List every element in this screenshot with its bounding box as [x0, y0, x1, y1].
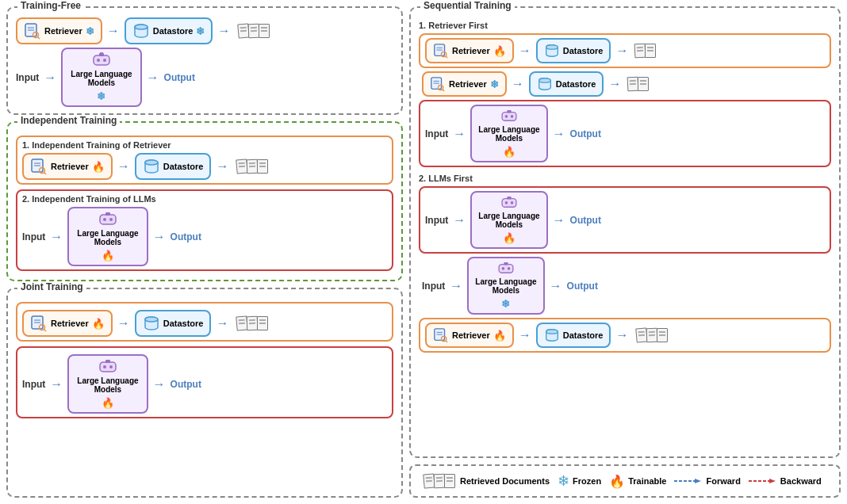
svg-point-48	[538, 78, 550, 82]
tf-row1: Retriever ❄ → Datastore ❄ →	[16, 17, 393, 44]
joint-llm-label: Large LanguageModels	[77, 376, 138, 394]
tf-datastore-box: Datastore ❄	[125, 17, 213, 44]
seq-lf-datastore-icon	[544, 327, 560, 343]
svg-point-59	[508, 267, 511, 270]
joint-llm-flame: 🔥	[102, 397, 114, 409]
independent-title: Independent Training	[17, 115, 120, 126]
tf-docs	[235, 24, 270, 38]
tf-arrow1: →	[107, 25, 120, 37]
ind-datastore-box: Datastore	[135, 153, 212, 180]
seq-lf-datastore-label: Datastore	[563, 330, 604, 340]
svg-line-46	[443, 90, 444, 91]
seq-rf-llm-label: Large LanguageModels	[478, 125, 539, 143]
seq-lf-llm-icon1	[500, 196, 518, 208]
svg-line-4	[38, 37, 40, 40]
seq-rf-datastore-icon1	[544, 43, 560, 59]
svg-rect-11	[100, 52, 102, 54]
seq-rf-datastore2: Datastore	[529, 71, 604, 97]
tf-datastore-label: Datastore	[153, 26, 194, 36]
ind-sub1-title: 1. Independent Training of Retriever	[22, 140, 387, 150]
seq-lf-retriever-label: Retriever	[452, 330, 490, 340]
seq-rf-arrow1: →	[519, 44, 531, 57]
seq-rf-llm-row: Input → Large LanguageModels 🔥	[425, 105, 825, 162]
ind-retriever-flame: 🔥	[92, 161, 105, 173]
joint-title: Joint Training	[17, 281, 86, 292]
svg-point-50	[505, 115, 508, 118]
joint-datastore-label: Datastore	[163, 319, 204, 328]
svg-line-65	[446, 341, 447, 342]
legend-frozen-icon: ❄	[558, 472, 569, 490]
ind-sub1-box: 1. Independent Training of Retriever Ret…	[16, 136, 393, 185]
legend-docs-icon	[420, 474, 455, 488]
seq-lf-arrow1: →	[453, 214, 466, 227]
seq-lf-arrow6: →	[615, 329, 628, 342]
tf-arrow2: →	[217, 25, 230, 37]
legend-backward-icon	[749, 477, 777, 485]
ind-llm-box: Large LanguageModels 🔥	[67, 207, 148, 266]
llm-icon	[92, 52, 111, 67]
left-panel: Training-Free Retriever ❄ →	[6, 6, 403, 498]
legend-section: Retrieved Documents ❄ Frozen 🔥 Trainable…	[409, 464, 841, 498]
seq-rf-retriever-label1: Retriever	[452, 46, 490, 55]
seq-lf-box1: Input → Large LanguageModels 🔥	[419, 186, 831, 254]
legend-trainable-item: 🔥 Trainable	[609, 474, 666, 489]
joint-input-label: Input	[22, 379, 45, 390]
tf-datastore-frozen: ❄	[196, 25, 205, 37]
svg-marker-69	[695, 479, 701, 483]
seq-rf-row1: Retriever 🔥 → Datastore →	[425, 38, 825, 63]
svg-point-58	[502, 267, 505, 270]
seq-rf-docs2	[626, 77, 649, 91]
tf-row2: Input → Large LanguageModels ❄ → Outpu	[16, 48, 393, 107]
seq-lf-row1: Input → Large LanguageModels 🔥	[425, 191, 825, 249]
seq-rf-retriever-label2: Retriever	[449, 79, 487, 89]
seq-rf-llm-icon	[500, 109, 518, 122]
ind-retriever-box: Retriever 🔥	[22, 153, 113, 180]
seq-rf-arrow2: →	[615, 44, 628, 57]
svg-rect-20	[100, 215, 116, 224]
joint-docs	[233, 316, 268, 330]
seq-sub1: 1. Retriever First Retriever	[419, 21, 831, 167]
seq-lf-retriever: Retriever 🔥	[425, 323, 514, 348]
legend-trainable-icon: 🔥	[609, 474, 625, 489]
seq-rf-frozen2: ❄	[490, 78, 499, 90]
joint-section: Joint Training Retriever 🔥	[6, 288, 403, 498]
seq-lf-llm-label2: Large LanguageModels	[475, 277, 536, 295]
legend-forward-label: Forward	[706, 476, 740, 486]
svg-rect-49	[502, 113, 516, 121]
seq-rf-datastore-label2: Datastore	[556, 79, 596, 89]
tf-llm-label: Large LanguageModels	[71, 70, 132, 87]
svg-point-30	[145, 317, 158, 322]
joint-retriever-flame: 🔥	[92, 318, 105, 330]
ind-retriever-icon	[30, 158, 48, 175]
joint-llm-icon	[98, 359, 117, 373]
svg-point-8	[97, 59, 100, 62]
seq-rf-arrow3: →	[512, 78, 524, 90]
legend-forward-icon	[674, 477, 703, 485]
seq-lf-output2: Output	[567, 281, 598, 292]
seq-lf-llm1: Large LanguageModels 🔥	[470, 191, 547, 249]
svg-rect-60	[504, 262, 508, 265]
ind-sub2-title: 2. Independent Training of LLMs	[22, 194, 387, 204]
joint-arrow1: →	[117, 317, 130, 330]
svg-rect-34	[105, 360, 110, 363]
ind-arrow3: →	[50, 231, 63, 243]
ind-arrow2: →	[216, 160, 228, 173]
seq-lf-input2: Input	[422, 281, 445, 292]
right-panel: Sequential Training 1. Retriever First	[409, 6, 841, 498]
independent-section: Independent Training 1. Independent Trai…	[6, 121, 403, 281]
legend-backward-label: Backward	[780, 476, 822, 486]
seq-lf-docs	[633, 328, 668, 342]
seq-rf-arrow6: →	[553, 128, 565, 140]
seq-lf-llm2: Large LanguageModels ❄	[467, 257, 544, 315]
joint-arrow2: →	[216, 317, 228, 330]
seq-rf-output: Output	[570, 128, 601, 139]
seq-lf-arrow5: →	[519, 329, 531, 342]
seq-rf-datastore1: Datastore	[536, 38, 611, 63]
legend-frozen-label: Frozen	[573, 476, 601, 486]
seq-sub2-title: 2. LLMs First	[419, 174, 831, 183]
legend-docs-label: Retrieved Documents	[460, 476, 550, 486]
seq-rf-flame1: 🔥	[493, 45, 506, 57]
seq-rf-input: Input	[425, 128, 448, 139]
legend-forward-item: Forward	[674, 476, 740, 486]
ind-output: Output	[171, 231, 201, 242]
